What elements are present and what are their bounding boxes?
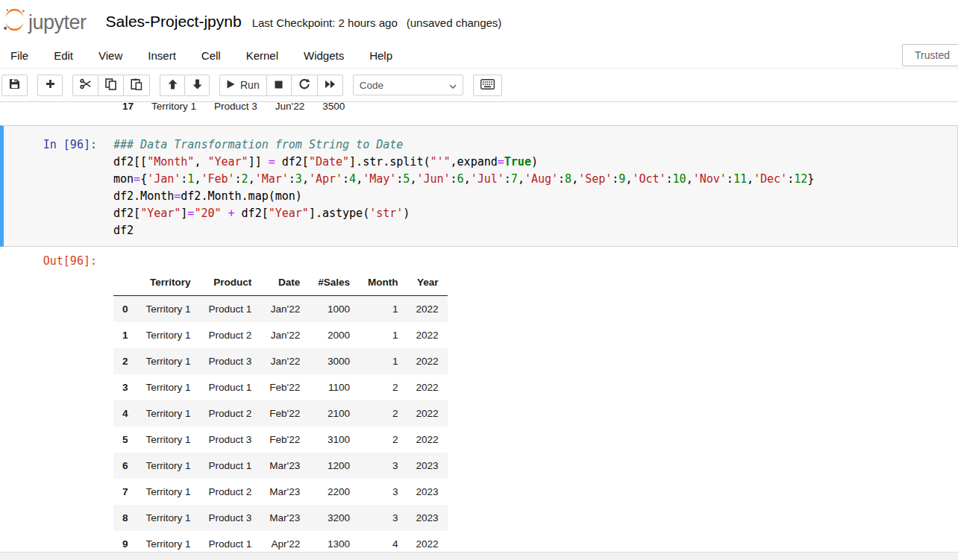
df-cell: Product 3 <box>200 427 261 453</box>
df-cell: 3 <box>359 453 407 479</box>
move-group <box>160 75 210 96</box>
palette-group <box>473 75 502 96</box>
input-prompt: In [96]: <box>4 136 113 239</box>
df-col-header: Date <box>260 269 309 296</box>
move-up-icon <box>168 79 178 92</box>
df-cell: Territory 1 <box>137 296 200 323</box>
df-cell: 1 <box>359 296 407 323</box>
code-cell: In [96]: ### Data Transformation from St… <box>0 125 958 557</box>
df-cell: 2200 <box>309 479 359 505</box>
df-cell: Feb'22 <box>260 374 309 400</box>
save-button[interactable] <box>1 75 28 96</box>
copy-cell-button[interactable] <box>98 75 124 96</box>
df-row: 17Territory 1Product 3Jun'223500 <box>113 103 354 119</box>
df-cell: Territory 1 <box>137 505 200 531</box>
df-row: 5Territory 1Product 3Feb'22310022022 <box>113 427 448 453</box>
save-group <box>1 75 28 96</box>
df-cell: 2 <box>359 400 407 427</box>
df-row: 1Territory 1Product 2Jan'22200012022 <box>113 322 448 348</box>
df-row: 4Territory 1Product 2Feb'22210022022 <box>113 400 448 427</box>
menu-item-widgets[interactable]: Widgets <box>291 43 357 69</box>
df-cell: 2022 <box>407 374 447 400</box>
menu-item-help[interactable]: Help <box>357 43 405 69</box>
df-cell: 2 <box>359 427 407 453</box>
menu-item-file[interactable]: File <box>0 43 41 69</box>
cut-icon <box>80 78 91 92</box>
df-cell: Jan'22 <box>260 296 309 323</box>
df-cell: Product 3 <box>200 505 261 531</box>
df-cell: 1200 <box>309 453 359 479</box>
df-cell: 2000 <box>309 322 359 348</box>
df-cell: Feb'22 <box>260 427 309 453</box>
df-cell: 2023 <box>407 479 447 505</box>
menu-item-kernel[interactable]: Kernel <box>234 43 291 69</box>
move-cell-down-button[interactable] <box>184 75 210 96</box>
df-col-header: Year <box>407 269 447 296</box>
df-index: 2 <box>113 348 137 374</box>
notebook-title[interactable]: Sales-Project-jpynb <box>106 13 242 31</box>
df-cell: Territory 1 <box>143 103 205 119</box>
celltype-group: Code <box>353 75 463 95</box>
df-cell: Mar'23 <box>260 505 309 531</box>
df-index: 3 <box>113 374 137 400</box>
keyboard-icon <box>480 79 495 92</box>
df-row: 3Territory 1Product 1Feb'22110022022 <box>113 374 448 400</box>
code-editor[interactable]: ### Data Transformation from String to D… <box>113 136 957 239</box>
df-index: 7 <box>113 479 137 505</box>
dataframe-table: TerritoryProductDate#SalesMonthYear0Terr… <box>113 269 448 557</box>
menu-item-edit[interactable]: Edit <box>41 43 86 69</box>
df-cell: 2023 <box>407 453 447 479</box>
code-line: df2 <box>113 222 957 239</box>
df-cell: Product 1 <box>200 374 261 400</box>
interrupt-kernel-button[interactable] <box>266 75 292 96</box>
menubar: FileEditViewInsertCellKernelWidgetsHelp … <box>0 43 958 69</box>
menu-item-cell[interactable]: Cell <box>189 43 234 69</box>
df-cell: Product 1 <box>200 296 261 323</box>
df-cell: Territory 1 <box>137 427 200 453</box>
run-group: Run <box>219 75 343 96</box>
restart-run-all-button[interactable] <box>317 75 343 96</box>
run-button-label: Run <box>240 79 260 91</box>
paste-cell-button[interactable] <box>123 75 150 96</box>
cut-cell-button[interactable] <box>72 75 98 96</box>
df-cell: 3100 <box>309 427 359 453</box>
df-cell: Territory 1 <box>137 322 200 348</box>
df-cell: 3500 <box>313 103 354 119</box>
restart-run-all-icon <box>325 79 336 91</box>
df-index: 6 <box>113 453 137 479</box>
menu-item-insert[interactable]: Insert <box>135 43 189 69</box>
scrollbar-horizontal[interactable] <box>0 552 958 560</box>
jupyter-logo-link[interactable]: jupyter <box>3 7 87 35</box>
output-content: TerritoryProductDate#SalesMonthYear0Terr… <box>113 251 958 557</box>
df-cell: 2022 <box>407 427 447 453</box>
autosave-status: (unsaved changes) <box>407 16 502 29</box>
code-line: ### Data Transformation from String to D… <box>113 136 957 154</box>
df-col-header: Month <box>359 269 407 296</box>
df-cell: 1 <box>359 348 407 374</box>
cell-type-select[interactable]: Code <box>353 75 463 95</box>
add-cell-button[interactable] <box>37 75 63 96</box>
save-icon <box>9 78 20 92</box>
df-cell: 1 <box>359 322 407 348</box>
menu-item-view[interactable]: View <box>86 43 135 69</box>
df-cell: Feb'22 <box>260 400 309 427</box>
copy-icon <box>105 78 116 92</box>
df-cell: Product 2 <box>200 479 261 505</box>
move-cell-up-button[interactable] <box>160 75 185 96</box>
command-palette-button[interactable] <box>473 75 502 96</box>
df-cell: 2 <box>359 374 407 400</box>
code-line: mon={'Jan':1,'Feb':2,'Mar':3,'Apr':4,'Ma… <box>113 171 957 188</box>
trusted-button[interactable]: Trusted <box>902 44 958 66</box>
df-cell: Product 3 <box>200 348 261 374</box>
df-index: 4 <box>113 400 137 427</box>
df-row: 6Territory 1Product 1Mar'23120032023 <box>113 453 448 479</box>
run-button[interactable]: Run <box>219 75 267 96</box>
run-icon <box>227 79 235 91</box>
df-cell: 2022 <box>407 400 447 427</box>
df-cell: Jun'22 <box>266 103 313 119</box>
jupyter-wordmark: jupyter <box>28 13 87 35</box>
df-cell: 3200 <box>309 505 359 531</box>
restart-kernel-button[interactable] <box>291 75 318 96</box>
df-cell: 3 <box>359 505 407 531</box>
df-index: 1 <box>113 322 137 348</box>
